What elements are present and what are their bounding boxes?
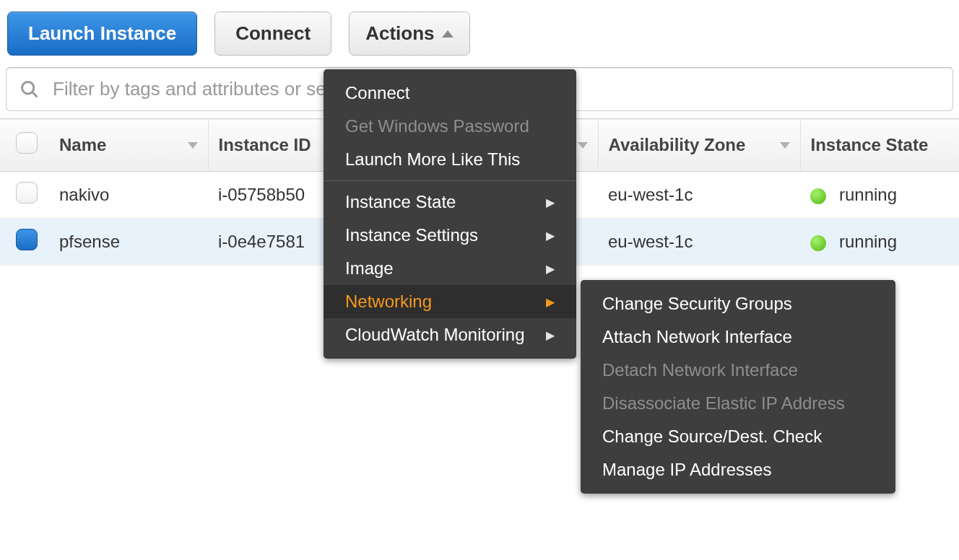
menu-item-label: Image [345, 258, 394, 279]
toolbar: Launch Instance Connect Actions [0, 0, 959, 67]
caret-up-icon [442, 30, 454, 38]
menu-item-networking[interactable]: Networking▶ [324, 285, 576, 318]
actions-label: Actions [365, 22, 434, 45]
row-checkbox[interactable] [16, 229, 38, 250]
search-icon [19, 79, 40, 100]
cell-state: running [800, 172, 959, 219]
menu-item-label: Instance Settings [345, 225, 478, 245]
submenu-item-detach-network-interface: Detach Network Interface [581, 354, 895, 387]
column-header-az[interactable]: Availability Zone [598, 119, 800, 172]
menu-item-cloudwatch-monitoring[interactable]: CloudWatch Monitoring▶ [324, 318, 576, 351]
menu-item-instance-state[interactable]: Instance State▶ [324, 185, 576, 219]
svg-point-0 [22, 82, 34, 93]
state-text: running [839, 185, 897, 204]
menu-item-get-windows-password: Get Windows Password [324, 110, 576, 143]
menu-item-label: Change Source/Dest. Check [602, 426, 822, 447]
menu-item-instance-settings[interactable]: Instance Settings▶ [324, 219, 576, 252]
connect-button[interactable]: Connect [214, 12, 331, 56]
actions-menu: ConnectGet Windows PasswordLaunch More L… [324, 69, 576, 359]
submenu-item-change-security-groups[interactable]: Change Security Groups [581, 287, 895, 320]
select-all-checkbox[interactable] [16, 132, 38, 154]
cell-name: nakivo [49, 172, 208, 219]
column-az-label: Availability Zone [609, 135, 746, 155]
launch-instance-button[interactable]: Launch Instance [7, 12, 197, 56]
submenu-caret-icon: ▶ [546, 295, 555, 309]
menu-item-label: Connect [345, 83, 409, 103]
connect-label: Connect [235, 22, 311, 45]
menu-item-connect[interactable]: Connect [324, 76, 576, 110]
state-text: running [839, 232, 897, 251]
sort-caret-icon [188, 142, 198, 149]
header-checkbox-cell [0, 119, 49, 172]
submenu-item-attach-network-interface[interactable]: Attach Network Interface [581, 320, 895, 354]
submenu-item-disassociate-elastic-ip-address: Disassociate Elastic IP Address [581, 387, 895, 420]
menu-item-launch-more-like-this[interactable]: Launch More Like This [324, 143, 576, 176]
menu-item-image[interactable]: Image▶ [324, 252, 576, 285]
submenu-caret-icon: ▶ [546, 229, 555, 242]
menu-item-label: Disassociate Elastic IP Address [602, 393, 845, 414]
menu-item-label: Change Security Groups [602, 294, 792, 314]
submenu-item-change-source-dest-check[interactable]: Change Source/Dest. Check [581, 420, 895, 453]
menu-item-label: CloudWatch Monitoring [345, 325, 525, 345]
column-header-state[interactable]: Instance State [800, 119, 959, 172]
status-dot-icon [810, 235, 826, 251]
menu-item-label: Detach Network Interface [602, 360, 798, 380]
cell-az: eu-west-1c [598, 219, 800, 266]
menu-item-label: Instance State [345, 192, 456, 212]
sort-caret-icon [578, 142, 588, 149]
svg-line-1 [32, 92, 37, 97]
column-instance-id-label: Instance ID [219, 135, 311, 155]
column-name-label: Name [59, 135, 106, 155]
cell-name: pfsense [49, 219, 208, 266]
menu-item-label: Launch More Like This [345, 149, 520, 170]
submenu-caret-icon: ▶ [546, 328, 555, 342]
menu-divider [324, 180, 576, 181]
column-state-label: Instance State [811, 135, 929, 155]
menu-item-label: Get Windows Password [345, 116, 529, 136]
submenu-caret-icon: ▶ [546, 196, 555, 209]
status-dot-icon [810, 188, 826, 204]
launch-instance-label: Launch Instance [28, 22, 176, 45]
column-header-name[interactable]: Name [49, 119, 208, 172]
actions-button[interactable]: Actions [349, 12, 469, 56]
submenu-item-manage-ip-addresses[interactable]: Manage IP Addresses [581, 453, 895, 486]
menu-item-label: Networking [345, 292, 432, 312]
row-checkbox[interactable] [16, 182, 38, 204]
sort-caret-icon [780, 142, 790, 149]
cell-state: running [800, 219, 959, 266]
submenu-caret-icon: ▶ [546, 262, 555, 276]
menu-item-label: Manage IP Addresses [602, 460, 771, 480]
cell-az: eu-west-1c [598, 172, 800, 219]
networking-submenu: Change Security GroupsAttach Network Int… [581, 280, 895, 494]
menu-item-label: Attach Network Interface [602, 327, 792, 347]
